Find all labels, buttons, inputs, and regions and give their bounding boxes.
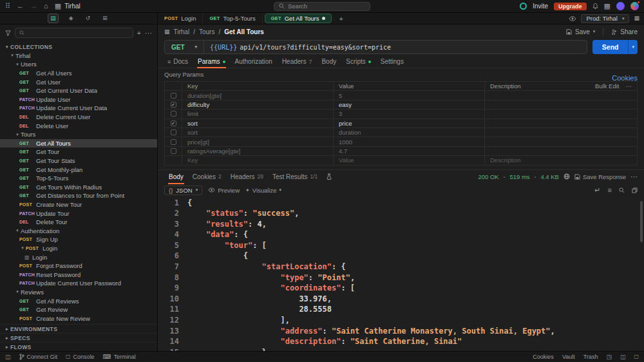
breadcrumb-request[interactable]: Get All Tours bbox=[224, 28, 264, 35]
param-key[interactable]: price[gt] bbox=[182, 137, 333, 146]
save-button[interactable]: Save ▾ bbox=[566, 28, 595, 35]
forward-icon[interactable]: → bbox=[30, 3, 37, 10]
global-search-input[interactable]: Search bbox=[274, 2, 370, 11]
param-key[interactable]: Key bbox=[182, 156, 333, 164]
avatar[interactable] bbox=[616, 2, 625, 10]
param-description[interactable] bbox=[484, 100, 637, 109]
request-section-tab-authorization[interactable]: Authorization bbox=[231, 55, 277, 68]
param-key[interactable]: limit bbox=[182, 110, 333, 118]
param-key[interactable]: sort bbox=[182, 119, 333, 128]
sidebar-request-create-new-tour[interactable]: POSTCreate New Tour bbox=[0, 200, 157, 209]
breadcrumb-folder[interactable]: Tours bbox=[199, 28, 214, 35]
sidebar-example-login[interactable]: ▥Login bbox=[0, 252, 157, 262]
cookies-link[interactable]: Cookies bbox=[612, 74, 638, 82]
new-tab-button[interactable]: + bbox=[334, 15, 348, 23]
request-tab[interactable]: GETTop-5-Tours bbox=[203, 13, 262, 24]
avatar-team[interactable] bbox=[630, 2, 639, 10]
sidebar-toggle-icon[interactable]: ◫ bbox=[5, 354, 11, 360]
expand-icon[interactable]: ▢ bbox=[634, 354, 639, 359]
params-more-icon[interactable]: ⋯ bbox=[626, 82, 632, 90]
sidebar-request-update-user[interactable]: PATCHUpdate User bbox=[0, 95, 157, 104]
param-value[interactable]: duration bbox=[333, 128, 484, 137]
apps-grid-icon[interactable]: ⠿ bbox=[5, 3, 10, 10]
workspace-switcher[interactable]: ▦ Tirhal bbox=[55, 3, 80, 10]
history-icon[interactable]: ↺ bbox=[84, 14, 93, 23]
sidebar-request-reset-password[interactable]: PATCHReset Password bbox=[0, 270, 157, 279]
param-value[interactable]: price bbox=[333, 119, 484, 128]
param-description[interactable] bbox=[484, 147, 637, 155]
cookies-button[interactable]: Cookies bbox=[533, 354, 554, 360]
collections-icon[interactable]: ▤ bbox=[48, 14, 59, 23]
response-tab-test-results[interactable]: Test Results1/1 bbox=[268, 170, 322, 184]
sidebar-folder-reviews[interactable]: ▾Reviews bbox=[0, 288, 157, 297]
apis-icon[interactable]: ◈ bbox=[67, 14, 75, 23]
api-network-icon[interactable] bbox=[520, 3, 527, 10]
sidebar-section-specs[interactable]: ▸SPECS bbox=[0, 333, 157, 342]
vault-button[interactable]: Vault bbox=[562, 354, 575, 360]
param-value[interactable]: 5 bbox=[333, 91, 484, 99]
sidebar-request-top-5-tours[interactable]: GETTop-5-Tours bbox=[0, 174, 157, 183]
sidebar-request-get-tours-within-radius[interactable]: GETGet Tours Within Radius bbox=[0, 183, 157, 192]
request-section-tab-params[interactable]: Params bbox=[193, 55, 229, 68]
sidebar-request-get-all-users[interactable]: GETGet All Users bbox=[0, 69, 157, 78]
back-icon[interactable]: ← bbox=[17, 3, 24, 10]
checkbox-unchecked[interactable] bbox=[171, 139, 176, 145]
sidebar-request-get-tour[interactable]: GETGet Tour bbox=[0, 148, 157, 157]
sidebar-request-sign-up[interactable]: POSTSign Up bbox=[0, 235, 157, 244]
param-value[interactable]: 4.7 bbox=[333, 147, 484, 155]
sidebar-request-get-all-tours[interactable]: GETGet All Tours bbox=[0, 139, 157, 148]
request-tab[interactable]: GETGet All Tours bbox=[265, 14, 332, 23]
sidebar-folder-tirhal[interactable]: ▾Tirhal bbox=[0, 52, 157, 61]
param-value[interactable]: 3 bbox=[333, 110, 484, 118]
response-tab-headers[interactable]: Headers28 bbox=[226, 170, 268, 184]
sidebar-request-get-distances-to-tour-from-point[interactable]: GETGet Distances to Tour from Point bbox=[0, 191, 157, 200]
response-tab-body[interactable]: Body bbox=[164, 170, 188, 184]
archive-icon[interactable]: ⊞ bbox=[100, 14, 109, 23]
sidebar-more-icon[interactable]: ⋯ bbox=[145, 30, 152, 37]
sidebar-folder-users[interactable]: ▾Users bbox=[0, 60, 157, 69]
sidebar-request-get-current-user-data[interactable]: GETGet Current User Data bbox=[0, 86, 157, 95]
sidebar-request-get-user[interactable]: GETGet User bbox=[0, 77, 157, 86]
bottom-panel-icon[interactable]: ◳ bbox=[606, 354, 612, 360]
notifications-bell-icon[interactable] bbox=[592, 3, 598, 10]
filter-icon[interactable] bbox=[5, 30, 11, 36]
format-selector[interactable]: {} JSON ▾ bbox=[164, 186, 202, 195]
sidebar-section-environments[interactable]: ▸ENVIRONMENTS bbox=[0, 324, 157, 333]
sidebar-request-update-current-user-data[interactable]: PATCHUpdate Current User Data bbox=[0, 104, 157, 113]
send-options-chevron-icon[interactable]: ▾ bbox=[628, 40, 638, 54]
sidebar-request-update-current-user-password[interactable]: PATCHUpdate Current User Password bbox=[0, 279, 157, 288]
upgrade-button[interactable]: Upgrade bbox=[554, 3, 587, 10]
checkbox-unchecked[interactable] bbox=[171, 148, 176, 154]
visualize-button[interactable]: ✦ Visualize ▾ bbox=[245, 187, 281, 194]
network-info-icon[interactable] bbox=[564, 173, 570, 180]
sidebar-request-get-monthly-plan[interactable]: GETGet Monthly-plan bbox=[0, 165, 157, 174]
breadcrumb-workspace[interactable]: Tirhal bbox=[174, 28, 190, 35]
response-body[interactable]: 1{2 "status": "success",3 "results": 4,4… bbox=[158, 197, 644, 351]
param-description[interactable] bbox=[484, 137, 637, 146]
layout-icon[interactable]: ◫ bbox=[620, 354, 626, 360]
request-section-tab-headers[interactable]: Headers7 bbox=[278, 55, 317, 68]
connect-git-button[interactable]: Connect Git bbox=[19, 354, 58, 360]
flask-icon[interactable] bbox=[327, 173, 332, 180]
param-description[interactable]: Description bbox=[484, 156, 637, 164]
sidebar-request-get-tour-stats[interactable]: GETGet Tour Stats bbox=[0, 157, 157, 166]
sidebar-request-delete-user[interactable]: DELDelete User bbox=[0, 121, 157, 130]
checkbox-unchecked[interactable] bbox=[171, 111, 176, 117]
url-input[interactable]: {{URL}} api/v1/tours?difficulty=easy&sor… bbox=[204, 41, 397, 53]
sidebar-request-get-all-reviews[interactable]: GETGet All Reviews bbox=[0, 296, 157, 305]
param-description[interactable] bbox=[484, 128, 637, 137]
sidebar-folder-tours[interactable]: ▾Tours bbox=[0, 130, 157, 139]
preview-button[interactable]: Preview bbox=[208, 187, 240, 194]
save-response-button[interactable]: Save Response bbox=[574, 173, 626, 180]
scrollbar-thumb[interactable] bbox=[640, 201, 643, 242]
environment-quick-look-icon[interactable]: ▦ bbox=[634, 15, 639, 21]
request-section-tab-settings[interactable]: Settings bbox=[376, 55, 408, 68]
home-icon[interactable]: ⌂ bbox=[44, 3, 48, 10]
format-lines-icon[interactable]: ≡ bbox=[608, 186, 612, 194]
sidebar-request-delete-tour[interactable]: DELDelete Tour bbox=[0, 218, 157, 227]
bulk-edit-button[interactable]: Bulk Edit bbox=[595, 82, 620, 90]
environment-eye-icon[interactable] bbox=[569, 16, 576, 21]
console-button[interactable]: ▢ Console bbox=[66, 354, 95, 360]
sidebar-request-delete-current-user[interactable]: DELDelete Current User bbox=[0, 113, 157, 122]
param-key[interactable]: sort bbox=[182, 128, 333, 137]
